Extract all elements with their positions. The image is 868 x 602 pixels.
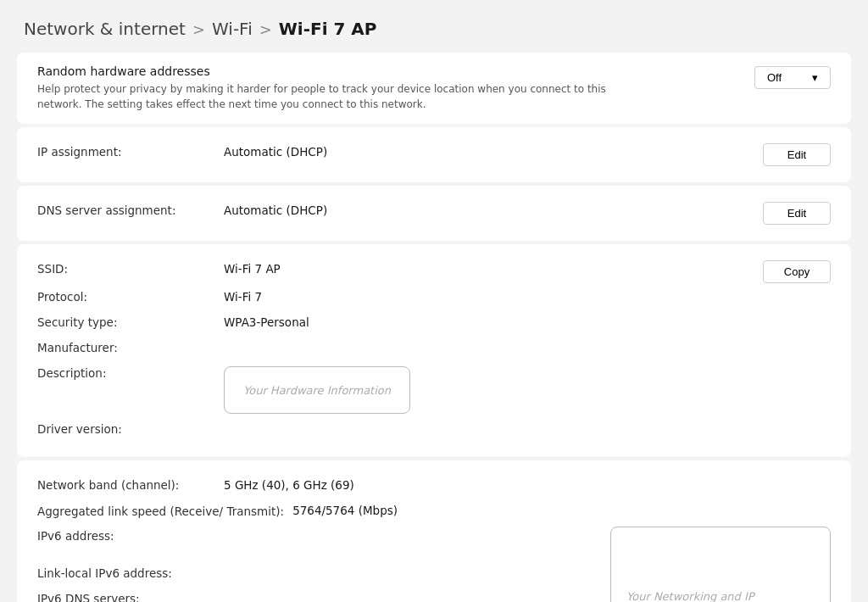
dns-assignment-row: DNS server assignment: Automatic (DHCP) … <box>37 199 831 227</box>
description-row: Description: Your Hardware Information <box>37 362 831 418</box>
manufacturer-value <box>224 339 831 341</box>
wifi-details-section: SSID: Wi-Fi 7 AP Copy Protocol: Wi-Fi 7 … <box>17 244 851 457</box>
network-band-row: Network band (channel): 5 GHz (40), 6 GH… <box>37 474 831 499</box>
breadcrumb-wifi7ap: Wi-Fi 7 AP <box>279 19 377 39</box>
dns-assignment-label: DNS server assignment: <box>37 202 224 217</box>
breadcrumb-sep-2: > <box>259 20 272 38</box>
dns-assignment-action: Edit <box>763 202 831 225</box>
driver-version-row: Driver version: <box>37 418 831 443</box>
link-local-ipv6-label: Link-local IPv6 address: <box>37 565 224 580</box>
breadcrumb: Network & internet > Wi-Fi > Wi-Fi 7 AP <box>0 0 868 53</box>
ip-labels-group: IPv6 address: Link-local IPv6 address: I… <box>37 525 610 602</box>
driver-version-label: Driver version: <box>37 421 224 436</box>
hardware-title: Random hardware addresses <box>37 64 648 78</box>
ip-assignment-value: Automatic (DHCP) <box>224 143 763 159</box>
agg-link-speed-label: Aggregated link speed (Receive/ Transmit… <box>37 502 292 520</box>
breadcrumb-network-internet[interactable]: Network & internet <box>24 19 186 39</box>
hardware-dropdown-label: Off <box>767 71 782 84</box>
ipv6-address-label: IPv6 address: <box>37 527 224 543</box>
security-type-value: WPA3-Personal <box>224 314 831 329</box>
protocol-value: Wi-Fi 7 <box>224 288 831 304</box>
dns-assignment-edit-button[interactable]: Edit <box>763 202 831 225</box>
ssid-label: SSID: <box>37 260 224 276</box>
network-band-value: 5 GHz (40), 6 GHz (69) <box>224 477 831 492</box>
ssid-row: SSID: Wi-Fi 7 AP Copy <box>37 258 831 286</box>
hardware-desc: Help protect your privacy by making it h… <box>37 81 648 112</box>
protocol-label: Protocol: <box>37 288 224 304</box>
link-local-ipv6-row: Link-local IPv6 address: <box>37 562 610 588</box>
ssid-value: Wi-Fi 7 AP <box>224 260 763 276</box>
hardware-address-dropdown[interactable]: Off ▾ <box>754 66 831 89</box>
dns-assignment-section: DNS server assignment: Automatic (DHCP) … <box>17 186 851 241</box>
agg-link-speed-row: Aggregated link speed (Receive/ Transmit… <box>37 499 831 525</box>
ipv6-dns-label: IPv6 DNS servers: <box>37 590 224 602</box>
description-label: Description: <box>37 365 224 380</box>
description-watermark-box: Your Hardware Information <box>224 366 410 414</box>
chevron-down-icon: ▾ <box>812 71 818 84</box>
hardware-text-group: Random hardware addresses Help protect y… <box>37 64 648 112</box>
ip-assignment-action: Edit <box>763 143 831 166</box>
manufacturer-label: Manufacturer: <box>37 339 224 354</box>
ipv6-dns-row: IPv6 DNS servers: <box>37 588 610 602</box>
network-ip-section: Network band (channel): 5 GHz (40), 6 GH… <box>17 460 851 602</box>
networking-watermark-box: Your Networking and IP Information <box>610 527 831 602</box>
ssid-copy-button[interactable]: Copy <box>763 260 831 283</box>
security-type-label: Security type: <box>37 314 224 329</box>
ip-assignment-row: IP assignment: Automatic (DHCP) Edit <box>37 141 831 169</box>
breadcrumb-wifi[interactable]: Wi-Fi <box>212 19 253 39</box>
networking-watermark-text: Your Networking and IP Information <box>626 590 815 602</box>
hardware-addresses-section: Random hardware addresses Help protect y… <box>17 53 851 124</box>
ssid-action: Copy <box>763 260 831 283</box>
ipv6-networking-group: IPv6 address: Link-local IPv6 address: I… <box>37 525 831 602</box>
dns-assignment-value: Automatic (DHCP) <box>224 202 763 217</box>
ipv6-address-row: IPv6 address: <box>37 525 610 550</box>
ip-assignment-label: IP assignment: <box>37 143 224 159</box>
manufacturer-row: Manufacturer: <box>37 337 831 362</box>
description-watermark-text: Your Hardware Information <box>243 384 391 397</box>
protocol-row: Protocol: Wi-Fi 7 <box>37 286 831 311</box>
security-type-row: Security type: WPA3-Personal <box>37 311 831 337</box>
ip-assignment-edit-button[interactable]: Edit <box>763 143 831 166</box>
driver-version-value <box>224 421 831 422</box>
ip-assignment-section: IP assignment: Automatic (DHCP) Edit <box>17 127 851 182</box>
agg-link-speed-value: 5764/5764 (Mbps) <box>292 502 831 517</box>
breadcrumb-sep-1: > <box>192 20 205 38</box>
network-band-label: Network band (channel): <box>37 477 224 492</box>
